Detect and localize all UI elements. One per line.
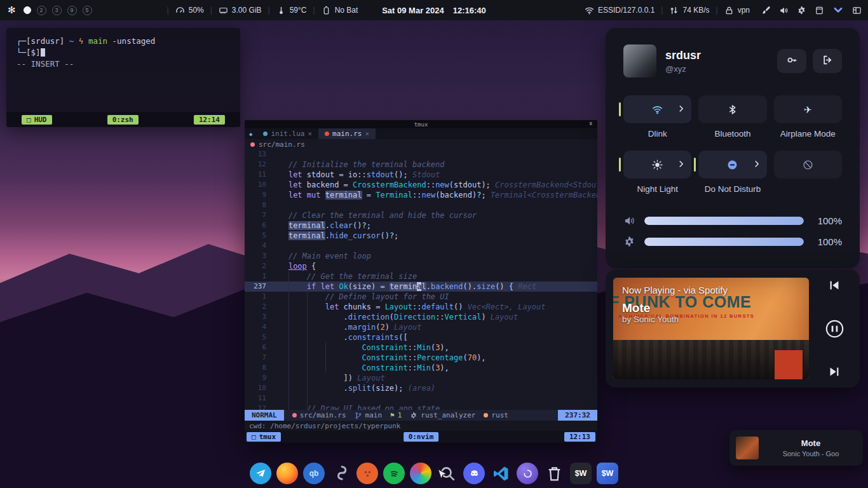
tmux-clock-badge: 12:14 (194, 115, 225, 125)
language-icon (484, 413, 488, 417)
toggle-bluetooth[interactable] (698, 95, 766, 123)
dock-icon-sw-blue[interactable]: $W (597, 463, 618, 484)
notification-subtitle: Sonic Youth - Goo (765, 450, 857, 458)
workspace-active[interactable] (24, 6, 31, 14)
temperature-value: 59°C (290, 6, 307, 15)
dock-icon-orange-app[interactable] (356, 463, 378, 484)
dock-icon-trash[interactable] (543, 463, 565, 484)
separator: | (268, 6, 270, 15)
tab-main.rs[interactable]: main.rs× (318, 128, 376, 139)
language-label: rust (491, 411, 508, 419)
code-line: 9 ]) Layout (245, 373, 597, 383)
code-line: 12 // Draw UI based on app state (245, 403, 597, 410)
indent-guide (288, 271, 289, 410)
tray-gear-icon[interactable] (797, 6, 806, 15)
workspace-5[interactable]: 5 (83, 6, 92, 15)
window-close-button[interactable]: x (590, 120, 593, 126)
tray-layout-icon[interactable] (852, 6, 862, 15)
code-line: 11 let stdout = io::stdout(); Stdout (245, 170, 597, 180)
workspace-3[interactable]: 3 (52, 6, 62, 15)
dock-icon-gallery[interactable] (410, 463, 431, 484)
memory-value: 3.00 GiB (232, 6, 262, 15)
lsp-gear-icon (410, 412, 417, 419)
volume-slider[interactable] (644, 217, 804, 225)
now-playing-header: Now Playing - via Spotify (622, 285, 728, 295)
launcher-icon[interactable]: ✻ (8, 4, 16, 16)
tmux-session-badge[interactable]: □HUD (22, 115, 52, 125)
tmux-window-badge[interactable]: 0:zsh (107, 115, 139, 125)
volume-icon (623, 215, 635, 227)
dock-icon-purple-app[interactable] (517, 463, 538, 484)
tab-init.lua[interactable]: init.lua× (257, 128, 318, 139)
toggle-airplane[interactable]: ✈ (774, 95, 842, 123)
tmux-window-badge[interactable]: 0:nvim (403, 432, 439, 442)
media-notification[interactable]: Mote Sonic Youth - Goo (729, 430, 863, 466)
blocked-icon (803, 159, 813, 170)
toggle-blocked[interactable] (774, 151, 842, 179)
dock-icon-vscode[interactable] (490, 463, 512, 484)
workspace-2[interactable]: 2 (37, 6, 46, 15)
user-profile: srdusr @xyz (623, 44, 842, 78)
workspace-9[interactable]: 9 (67, 6, 77, 15)
album-art-red-block (775, 350, 803, 379)
tray-brush-icon[interactable] (761, 6, 771, 15)
airplane-icon: ✈ (803, 104, 813, 115)
logout-icon (822, 55, 833, 68)
code-line: 1 // Get the terminal size (245, 271, 597, 281)
separator: | (661, 6, 663, 15)
toggle-grid: DlinkBluetooth✈Airplane ModeNight LightD… (623, 95, 842, 206)
network-status[interactable]: ESSID/127.0.0.1 (585, 6, 654, 15)
dock-icon-firefox[interactable] (276, 463, 298, 484)
tmux-session-badge[interactable]: □tmux (247, 432, 281, 442)
vi-mode-indicator: -- INSERT -- (17, 58, 230, 70)
toggle-dnd[interactable] (698, 151, 766, 179)
dock-icon-telegram[interactable] (250, 463, 271, 484)
toggle-dlink[interactable] (623, 95, 691, 123)
lua-file-icon (263, 132, 268, 136)
dock-icon-discord[interactable] (463, 463, 485, 484)
night-light-icon (652, 159, 663, 170)
volume-value: 100% (813, 215, 842, 226)
toggle-night-light[interactable] (623, 151, 691, 179)
track-title: Mote (622, 301, 650, 315)
mode-indicator: NORMAL (245, 410, 284, 421)
terminal-cursor (41, 48, 45, 57)
window-titlebar[interactable]: tmux x (245, 120, 597, 128)
brightness-slider[interactable] (644, 238, 804, 246)
lock-icon (724, 6, 734, 15)
dock-icon-search[interactable] (437, 463, 458, 484)
tray-clipboard-icon[interactable] (815, 6, 824, 15)
dock-icon-sw-dark[interactable]: $W (570, 463, 592, 484)
previous-track-button[interactable] (827, 278, 841, 292)
window-title: tmux (414, 121, 428, 128)
logout-button[interactable] (813, 49, 842, 73)
code-editor[interactable]: 1312 // Initialize the terminal backend1… (245, 149, 597, 410)
brightness-value: 100% (813, 236, 842, 247)
next-track-button[interactable] (827, 365, 841, 379)
lsp-name: rust_analyzer (421, 411, 475, 419)
pause-button[interactable] (824, 318, 845, 339)
code-line: 7 // Clear the terminal and hide the cur… (245, 210, 597, 220)
wifi-icon (585, 6, 594, 15)
code-line: 13 (245, 149, 597, 159)
tab-close-icon[interactable]: × (365, 130, 369, 138)
code-line: 4 .margin(2) Layout (245, 322, 597, 332)
battery-status: No Bat (335, 6, 358, 15)
volume-slider-row: 100% (623, 215, 842, 227)
lock-keys-button[interactable] (777, 49, 806, 73)
dock-icon-hook[interactable] (330, 463, 351, 484)
dock-icon-spotify[interactable] (383, 463, 405, 484)
code-line: 5 terminal.hide_cursor()?; (245, 231, 597, 241)
tray-chevron-icon[interactable] (832, 4, 844, 16)
code-line: 237 if let Ok(size) = terminal.backend()… (245, 281, 597, 292)
code-lines: 1312 // Initialize the terminal backend1… (245, 149, 597, 410)
dock-icon-qutebrowser[interactable]: qb (303, 463, 325, 484)
editor-window[interactable]: tmux x ◆ init.lua×main.rs× src/main.rs 1… (245, 120, 597, 443)
git-branch-icon (355, 412, 362, 419)
tab-close-icon[interactable]: × (308, 130, 312, 138)
updown-arrows-icon (669, 6, 679, 15)
file-icon (250, 142, 255, 147)
terminal-window[interactable]: ┌─[srdusr] ~ ϟ main -unstaged └─[$] -- I… (6, 28, 240, 127)
tray-speaker-icon[interactable] (779, 6, 789, 15)
vpn-status[interactable]: vpn (724, 6, 750, 15)
